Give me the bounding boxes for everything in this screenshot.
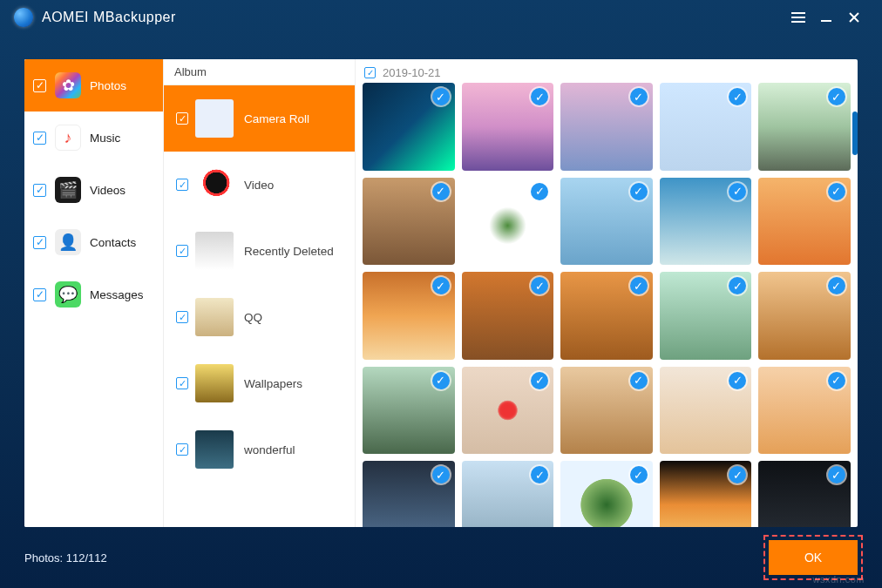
album-thumb-icon [195, 232, 234, 270]
album-item-qq[interactable]: ✓ QQ [164, 284, 355, 350]
check-icon[interactable]: ✓ [630, 466, 648, 483]
album-label: Video [244, 179, 274, 192]
check-icon[interactable]: ✓ [729, 466, 746, 483]
app-window: AOMEI MBackupper ✓ ✿ Photos ✓ ♪ Music [0, 0, 882, 588]
check-icon[interactable]: ✓ [432, 372, 450, 389]
sidebar-item-label: Music [90, 132, 120, 145]
album-header: Album [164, 59, 355, 85]
checkbox-icon[interactable]: ✓ [176, 311, 188, 323]
app-logo-icon [14, 8, 33, 27]
checkbox-icon[interactable]: ✓ [33, 79, 46, 92]
check-icon[interactable]: ✓ [729, 372, 746, 389]
app-title: AOMEI MBackupper [42, 10, 176, 25]
album-thumb-icon [195, 298, 234, 336]
photo-thumb[interactable]: ✓ [660, 178, 752, 266]
scrollbar-thumb[interactable] [852, 112, 858, 155]
check-icon[interactable]: ✓ [729, 277, 746, 294]
list-view-icon[interactable] [784, 3, 812, 31]
photo-thumb[interactable]: ✓ [660, 461, 752, 527]
photo-thumb[interactable]: ✓ [462, 272, 554, 360]
checkbox-icon[interactable]: ✓ [33, 132, 46, 145]
album-item-video[interactable]: ✓ Video [164, 152, 355, 218]
photo-thumb[interactable]: ✓ [758, 272, 851, 360]
photo-thumb[interactable]: ✓ [363, 367, 455, 455]
album-item-wallpapers[interactable]: ✓ Wallpapers [164, 350, 355, 416]
sidebar-item-label: Messages [90, 288, 144, 301]
sidebar-item-messages[interactable]: ✓ 💬 Messages [24, 268, 163, 321]
check-icon[interactable]: ✓ [432, 277, 450, 294]
photo-thumb[interactable]: ✓ [758, 83, 851, 171]
photo-thumb[interactable]: ✓ [363, 83, 455, 171]
check-icon[interactable]: ✓ [630, 372, 648, 389]
photo-thumb[interactable]: ✓ [462, 178, 554, 266]
sidebar-item-label: Contacts [90, 236, 136, 249]
check-icon[interactable]: ✓ [828, 183, 845, 200]
photo-thumb[interactable]: ✓ [660, 272, 752, 360]
photo-thumb[interactable]: ✓ [462, 83, 554, 171]
check-icon[interactable]: ✓ [630, 277, 648, 294]
check-icon[interactable]: ✓ [828, 466, 845, 483]
check-icon[interactable]: ✓ [531, 466, 548, 483]
sidebar-item-label: Photos [90, 79, 126, 92]
close-icon[interactable] [840, 3, 868, 31]
titlebar: AOMEI MBackupper [0, 0, 882, 35]
check-icon[interactable]: ✓ [630, 88, 648, 105]
sidebar-item-music[interactable]: ✓ ♪ Music [24, 112, 163, 164]
checkbox-icon[interactable]: ✓ [176, 245, 188, 257]
check-icon[interactable]: ✓ [432, 466, 450, 483]
checkbox-icon[interactable]: ✓ [33, 184, 46, 197]
checkbox-icon[interactable]: ✓ [33, 236, 46, 249]
check-icon[interactable]: ✓ [828, 277, 845, 294]
album-item-camera-roll[interactable]: ✓ Camera Roll [164, 85, 355, 152]
album-label: Recently Deleted [244, 245, 334, 258]
ok-button[interactable]: OK [769, 540, 858, 575]
album-column: Album ✓ Camera Roll ✓ Video ✓ Recently D… [164, 59, 356, 527]
album-label: Camera Roll [244, 112, 309, 125]
messages-icon: 💬 [55, 281, 81, 308]
checkbox-icon[interactable]: ✓ [364, 67, 376, 78]
photo-thumb[interactable]: ✓ [560, 272, 653, 360]
date-group-header[interactable]: ✓ 2019-10-21 [356, 59, 858, 83]
album-item-recently-deleted[interactable]: ✓ Recently Deleted [164, 218, 355, 284]
check-icon[interactable]: ✓ [729, 88, 746, 105]
check-icon[interactable]: ✓ [630, 183, 648, 200]
photos-icon: ✿ [55, 72, 81, 98]
minimize-icon[interactable] [812, 3, 840, 31]
check-icon[interactable]: ✓ [729, 183, 746, 200]
check-icon[interactable]: ✓ [432, 183, 450, 200]
photo-thumb[interactable]: ✓ [758, 461, 851, 527]
album-thumb-icon [195, 166, 234, 204]
sidebar-item-photos[interactable]: ✓ ✿ Photos [24, 59, 163, 112]
checkbox-icon[interactable]: ✓ [176, 112, 188, 125]
checkbox-icon[interactable]: ✓ [176, 377, 188, 389]
check-icon[interactable]: ✓ [828, 88, 845, 105]
check-icon[interactable]: ✓ [828, 372, 845, 389]
album-item-wonderful[interactable]: ✓ wonderful [164, 416, 355, 483]
photo-thumb[interactable]: ✓ [462, 461, 554, 527]
checkbox-icon[interactable]: ✓ [176, 443, 188, 456]
photo-thumb[interactable]: ✓ [660, 367, 752, 455]
photo-thumb[interactable]: ✓ [758, 178, 851, 266]
check-icon[interactable]: ✓ [531, 372, 548, 389]
photo-thumb[interactable]: ✓ [560, 83, 653, 171]
photo-thumb[interactable]: ✓ [363, 272, 455, 360]
photo-thumb[interactable]: ✓ [462, 367, 554, 455]
checkbox-icon[interactable]: ✓ [176, 179, 188, 191]
photo-thumb[interactable]: ✓ [363, 178, 455, 266]
status-text: Photos: 112/112 [24, 551, 107, 564]
photo-thumb[interactable]: ✓ [560, 178, 653, 266]
album-thumb-icon [195, 430, 234, 469]
check-icon[interactable]: ✓ [531, 277, 548, 294]
photo-thumb[interactable]: ✓ [560, 367, 653, 455]
photo-thumb[interactable]: ✓ [363, 461, 455, 527]
sidebar-item-videos[interactable]: ✓ 🎬 Videos [24, 164, 163, 216]
sidebar-item-contacts[interactable]: ✓ 👤 Contacts [24, 216, 163, 268]
photo-grid-scroll[interactable]: ✓✓✓✓✓✓✓✓✓✓✓✓✓✓✓✓✓✓✓✓✓✓✓✓✓ [356, 83, 858, 527]
photo-thumb[interactable]: ✓ [758, 367, 851, 455]
check-icon[interactable]: ✓ [531, 88, 548, 105]
photo-thumb[interactable]: ✓ [660, 83, 752, 171]
checkbox-icon[interactable]: ✓ [33, 288, 46, 301]
check-icon[interactable]: ✓ [432, 88, 450, 105]
photo-thumb[interactable]: ✓ [560, 461, 653, 527]
check-icon[interactable]: ✓ [531, 183, 548, 200]
